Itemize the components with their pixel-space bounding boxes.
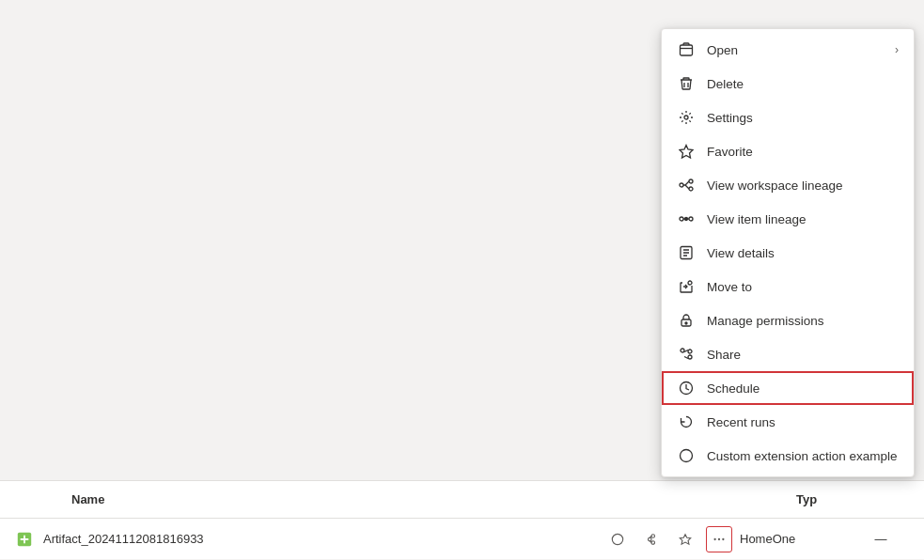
- svg-point-12: [685, 322, 687, 324]
- menu-settings-label: Settings: [707, 111, 899, 125]
- menu-item-schedule[interactable]: Schedule: [662, 371, 914, 405]
- menu-share-label: Share: [707, 348, 899, 362]
- menu-workspace-lineage-label: View workspace lineage: [707, 179, 899, 193]
- menu-custom-extension-label: Custom extension action example: [707, 449, 899, 463]
- menu-item-open[interactable]: Open ›: [662, 33, 914, 67]
- menu-move-to-label: Move to: [707, 280, 899, 294]
- artifact-owner: —: [853, 532, 909, 546]
- details-icon: [677, 243, 696, 262]
- svg-point-1: [684, 116, 688, 119]
- menu-item-view-details[interactable]: View details: [662, 236, 914, 270]
- share-icon: [677, 345, 696, 364]
- row-share-btn[interactable]: [638, 526, 665, 552]
- move-icon: [677, 277, 696, 296]
- svg-point-4: [689, 179, 693, 183]
- item-lineage-icon: [677, 210, 696, 228]
- menu-open-label: Open: [707, 43, 895, 57]
- menu-item-settings[interactable]: Settings: [662, 101, 914, 134]
- lineage-icon: [677, 176, 696, 194]
- menu-schedule-label: Schedule: [707, 381, 899, 396]
- menu-item-move-to[interactable]: Move to: [662, 270, 914, 303]
- table-header: Name Typ: [0, 481, 924, 519]
- table-header-type: Typ: [796, 492, 909, 506]
- row-circle-btn[interactable]: [604, 526, 631, 552]
- menu-recent-runs-label: Recent runs: [707, 415, 899, 429]
- svg-point-6: [680, 217, 683, 221]
- row-actions: [604, 526, 732, 552]
- menu-item-share[interactable]: Share: [662, 337, 914, 371]
- artifact-icon: [15, 530, 34, 549]
- svg-marker-2: [680, 146, 693, 159]
- main-area: Open › Delete Settings: [0, 0, 924, 560]
- table-row: Artifact_20241112081816933: [0, 519, 924, 560]
- menu-favorite-label: Favorite: [707, 145, 899, 159]
- row-favorite-btn[interactable]: [672, 526, 698, 552]
- settings-icon: [677, 108, 696, 127]
- svg-point-5: [689, 187, 693, 191]
- menu-manage-permissions-label: Manage permissions: [707, 314, 899, 328]
- menu-item-item-lineage[interactable]: View item lineage: [662, 202, 914, 236]
- menu-item-delete[interactable]: Delete: [662, 67, 914, 101]
- svg-point-8: [685, 218, 688, 221]
- menu-item-workspace-lineage[interactable]: View workspace lineage: [662, 168, 914, 202]
- svg-point-18: [713, 537, 715, 539]
- svg-marker-17: [680, 534, 690, 544]
- svg-point-16: [612, 534, 622, 544]
- delete-icon: [677, 74, 696, 93]
- open-icon: [677, 40, 696, 59]
- context-menu: Open › Delete Settings: [661, 28, 915, 477]
- artifact-type: HomeOne: [740, 532, 853, 546]
- extension-icon: [677, 446, 696, 465]
- artifact-name: Artifact_20241112081816933: [43, 532, 604, 546]
- svg-point-14: [681, 450, 693, 462]
- menu-item-lineage-label: View item lineage: [707, 212, 899, 226]
- svg-point-20: [722, 537, 724, 539]
- table-section: Name Typ Artifact_20241112081816933: [0, 480, 924, 560]
- favorite-icon: [677, 142, 696, 161]
- permissions-icon: [677, 311, 696, 330]
- row-more-btn[interactable]: [706, 526, 732, 552]
- schedule-icon: [677, 379, 696, 397]
- menu-item-manage-permissions[interactable]: Manage permissions: [662, 303, 914, 337]
- menu-view-details-label: View details: [707, 246, 899, 260]
- svg-point-3: [680, 183, 683, 187]
- menu-item-favorite[interactable]: Favorite: [662, 134, 914, 168]
- svg-rect-0: [681, 45, 693, 55]
- svg-point-10: [688, 281, 692, 285]
- menu-item-custom-extension[interactable]: Custom extension action example: [662, 439, 914, 473]
- svg-point-19: [718, 537, 720, 539]
- recent-runs-icon: [677, 412, 696, 431]
- menu-delete-label: Delete: [707, 77, 899, 91]
- open-arrow: ›: [895, 43, 899, 56]
- menu-item-recent-runs[interactable]: Recent runs: [662, 405, 914, 439]
- table-header-name: Name: [43, 492, 434, 506]
- svg-point-7: [689, 217, 693, 221]
